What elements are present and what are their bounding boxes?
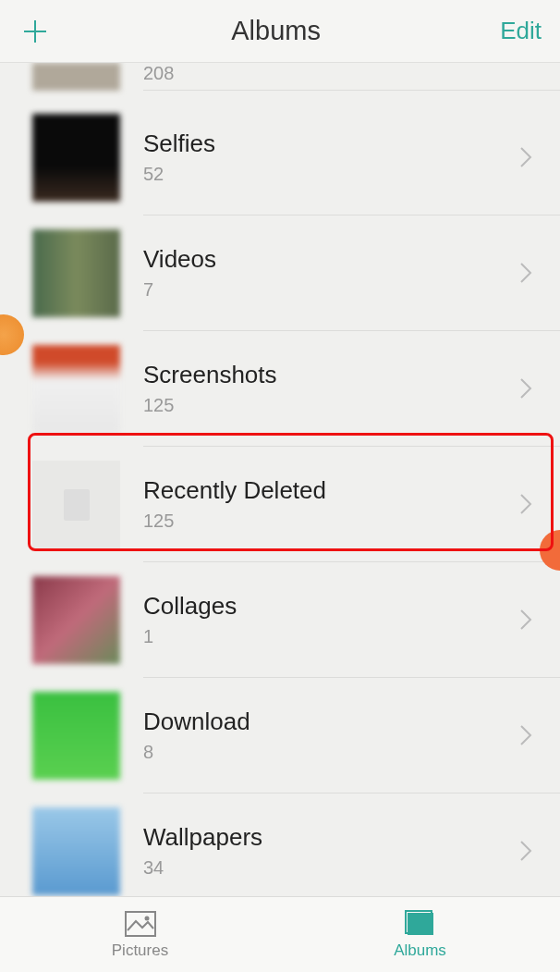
list-item[interactable]: Screenshots 125: [0, 331, 560, 447]
album-thumbnail: [32, 576, 120, 664]
album-thumbnail: [32, 114, 120, 202]
album-name: Recently Deleted: [143, 476, 326, 505]
header: Albums Edit: [0, 0, 560, 63]
row-content: Download 8: [143, 678, 560, 794]
album-name: Videos: [143, 245, 216, 274]
row-text: Download 8: [143, 707, 250, 763]
list-item[interactable]: Download 8: [0, 678, 560, 794]
bottom-nav: Pictures Albums: [0, 896, 560, 972]
album-thumbnail: [32, 461, 120, 548]
tab-label: Albums: [394, 941, 446, 960]
row-content: Collages 1: [143, 562, 560, 678]
album-count: 52: [143, 164, 215, 185]
page-title: Albums: [231, 16, 321, 46]
album-name: Screenshots: [143, 361, 277, 389]
row-text: Recently Deleted 125: [143, 476, 326, 532]
add-button[interactable]: [18, 15, 52, 48]
row-content: Wallpapers 34: [143, 794, 560, 896]
tab-albums[interactable]: Albums: [280, 897, 560, 972]
row-text: Videos 7: [143, 245, 216, 301]
album-count: 7: [143, 279, 216, 301]
album-count: 125: [143, 511, 326, 532]
row-content: Videos 7: [143, 215, 560, 331]
chevron-right-icon: [519, 146, 532, 168]
album-thumbnail: [32, 63, 120, 91]
chevron-right-icon: [519, 609, 532, 631]
tab-label: Pictures: [112, 941, 168, 960]
row-content: Recently Deleted 125: [143, 447, 560, 562]
row-text: Selfies 52: [143, 129, 215, 185]
album-thumbnail: [32, 807, 120, 895]
svg-point-3: [144, 916, 149, 920]
row-text: Wallpapers 34: [143, 823, 262, 879]
row-text: Collages 1: [143, 592, 237, 647]
svg-rect-2: [126, 912, 155, 936]
row-text: Screenshots 125: [143, 361, 277, 416]
album-name: Download: [143, 707, 250, 736]
row-content: 208: [143, 63, 560, 91]
list-item[interactable]: Wallpapers 34: [0, 794, 560, 896]
chevron-right-icon: [519, 493, 532, 515]
album-thumbnail: [32, 692, 120, 780]
album-name: Selfies: [143, 129, 215, 158]
list-item[interactable]: Collages 1: [0, 562, 560, 678]
chevron-right-icon: [519, 262, 532, 284]
list-item[interactable]: 208: [0, 63, 560, 100]
edit-button[interactable]: Edit: [500, 17, 542, 45]
album-name: Collages: [143, 592, 237, 621]
album-count: 1: [143, 626, 237, 647]
albums-icon: [405, 910, 436, 938]
chevron-right-icon: [519, 840, 532, 862]
album-count: 208: [143, 63, 174, 84]
chevron-right-icon: [519, 377, 532, 400]
svg-rect-4: [408, 913, 433, 935]
row-content: Selfies 52: [143, 100, 560, 215]
album-count: 34: [143, 857, 262, 879]
album-thumbnail: [32, 229, 120, 317]
album-thumbnail: [32, 345, 120, 433]
row-text: 208: [143, 63, 174, 84]
plus-icon: [21, 18, 49, 45]
album-list: 208 Selfies 52 Videos 7 Screenshots: [0, 63, 560, 896]
pictures-icon: [124, 910, 157, 938]
row-content: Screenshots 125: [143, 331, 560, 447]
chevron-right-icon: [519, 724, 532, 746]
tab-pictures[interactable]: Pictures: [0, 897, 280, 972]
album-count: 8: [143, 742, 250, 763]
album-count: 125: [143, 395, 277, 416]
album-name: Wallpapers: [143, 823, 262, 852]
list-item[interactable]: Selfies 52: [0, 100, 560, 215]
list-item-recently-deleted[interactable]: Recently Deleted 125: [0, 447, 560, 562]
list-item[interactable]: Videos 7: [0, 215, 560, 331]
